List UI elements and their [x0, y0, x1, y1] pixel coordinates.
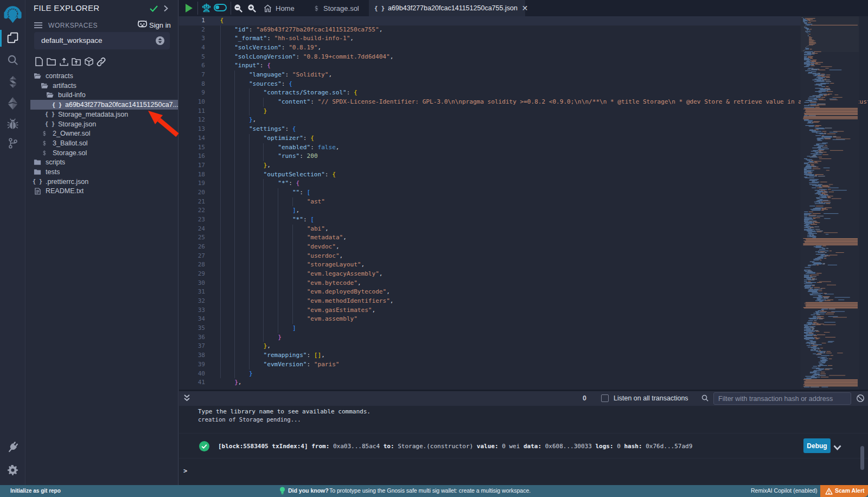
check-icon [150, 4, 158, 14]
link-icon[interactable] [97, 56, 106, 67]
file-explorer-icon[interactable] [0, 31, 25, 44]
settings-icon[interactable] [0, 464, 25, 476]
zoom-in-icon[interactable] [247, 4, 256, 15]
remix-logo[interactable] [0, 3, 25, 23]
terminal-log-line: creation of Storage pending... [198, 416, 301, 423]
code-line: "": [ [220, 188, 311, 197]
line-number: 40 [179, 369, 207, 379]
transaction-row[interactable]: [block:5583405 txIndex:4] from: 0xa03...… [179, 433, 868, 458]
tree-item-artifacts[interactable]: artifacts [30, 81, 178, 91]
tree-item-3-ballot-sol[interactable]: 3_Ballot.sol [30, 138, 178, 148]
code-editor[interactable]: 1234567891011121314151617181920212223242… [179, 16, 868, 390]
new-file-icon[interactable] [34, 56, 43, 67]
clear-console-icon[interactable] [856, 394, 865, 405]
terminal-prompt[interactable]: > [183, 467, 187, 475]
tree-item--prettierrc-json[interactable]: { }.prettierrc.json [30, 177, 178, 187]
line-number: 36 [179, 333, 207, 342]
git-init-button[interactable]: Initialize as git repo [10, 488, 61, 494]
code-line: "evm.gasEstimates", [220, 306, 376, 315]
tree-item-tests[interactable]: tests [30, 167, 178, 177]
terminal-scrollbar[interactable] [860, 446, 864, 470]
new-folder-icon[interactable] [47, 56, 56, 67]
listen-checkbox[interactable] [601, 394, 609, 402]
tx-value: 0xa03...85ac4 [333, 443, 384, 450]
tree-item-storage-sol[interactable]: Storage.sol [30, 148, 178, 158]
search-icon[interactable] [0, 54, 25, 66]
tree-item-contracts[interactable]: contracts [30, 71, 178, 81]
tree-item-a69b43f277ba20fcac141151250ca7-[interactable]: { }a69b43f277ba20fcac141151250ca7... [30, 100, 178, 110]
github-icon[interactable] [138, 20, 147, 30]
tree-item-readme-txt[interactable]: README.txt [30, 186, 178, 196]
tree-item-2-owner-sol[interactable]: 2_Owner.sol [30, 129, 178, 138]
tx-expand-chevron-icon[interactable] [833, 442, 841, 453]
line-number: 31 [179, 288, 207, 297]
debugger-icon[interactable] [0, 118, 25, 130]
tree-item-label: artifacts [53, 82, 76, 90]
line-number: 2 [179, 26, 207, 35]
ai-copilot-toggle[interactable] [214, 4, 227, 11]
line-number: 1 [179, 16, 207, 26]
code-line: "runs": 200 [220, 152, 318, 161]
line-number: 11 [179, 107, 207, 116]
code-line: "remappings": [], [220, 351, 325, 360]
tab-active-label: a69b43f277ba20fcac141151250ca755.json [388, 4, 518, 12]
line-number: 39 [179, 360, 207, 369]
line-number: 34 [179, 315, 207, 324]
scam-alert-badge[interactable]: Scam Alert [820, 485, 868, 497]
tree-item-build-info[interactable]: build-info [30, 90, 178, 100]
remix-ai-robot-icon[interactable] [202, 3, 211, 15]
terminal-body[interactable]: Type the library name to see available c… [179, 406, 868, 485]
editor-minimap[interactable] [801, 16, 859, 390]
sol-icon [41, 140, 48, 146]
line-number: 38 [179, 351, 207, 360]
status-bar: Initialize as git repo Did you know? To … [0, 485, 868, 497]
code-line: } [220, 333, 282, 342]
file-explorer-panel: FILE EXPLORER WORKSPACES Sign in default… [26, 0, 178, 485]
deploy-run-icon[interactable] [0, 97, 25, 110]
listen-label[interactable]: Listen on all transactions [614, 394, 688, 402]
tab-storage-sol[interactable]: Storage.sol [307, 0, 366, 16]
debug-button[interactable]: Debug [803, 438, 831, 453]
code-line: "outputSelection": { [220, 170, 336, 180]
solidity-compiler-icon[interactable] [0, 75, 25, 88]
file-icon [34, 188, 41, 195]
tx-label: hash: [624, 443, 646, 450]
code-line: "optimizer": { [220, 134, 314, 143]
upload-file-icon[interactable] [59, 56, 68, 67]
git-icon[interactable] [0, 137, 25, 149]
transaction-filter-input[interactable] [713, 392, 851, 405]
file-actions-toolbar [34, 56, 106, 67]
tree-item-label: Storage_metadata.json [58, 111, 128, 118]
workspace-select-toggle-icon[interactable] [156, 36, 164, 45]
run-script-icon[interactable] [185, 4, 193, 15]
code-line: "sources": { [220, 80, 292, 89]
tx-label: from: [311, 443, 333, 450]
tree-item-storage-json[interactable]: { }Storage.json [30, 119, 178, 129]
separator [197, 2, 198, 15]
plugin-manager-icon[interactable] [0, 441, 25, 454]
sol-icon [41, 130, 48, 137]
workspaces-label: WORKSPACES [48, 22, 98, 29]
tree-item-label: Storage.json [58, 120, 96, 128]
copilot-status[interactable]: RemixAI Copilot (enabled) [751, 487, 818, 494]
code-line: "abi", [220, 225, 329, 234]
tx-label: [block:5583405 txIndex:4] [218, 443, 311, 450]
workspaces-menu-icon[interactable] [34, 21, 42, 31]
code-line: { [220, 16, 224, 26]
code-line: "evm.legacyAssembly", [220, 270, 383, 279]
terminal-collapse-icon[interactable] [183, 394, 190, 404]
tab-close-icon[interactable]: ✕ [522, 4, 528, 12]
workspace-select[interactable]: default_workspace [34, 32, 170, 49]
sign-in-button[interactable]: Sign in [149, 21, 171, 29]
ipfs-box-icon[interactable] [84, 56, 93, 67]
tab-home[interactable]: Home [257, 0, 301, 16]
zoom-out-icon[interactable] [234, 4, 242, 15]
upload-folder-icon[interactable] [72, 56, 81, 67]
tree-item-storage-metadata-json[interactable]: { }Storage_metadata.json [30, 110, 178, 119]
line-number: 21 [179, 197, 207, 207]
line-number: 16 [179, 152, 207, 161]
tip-text: To prototype using the Gnosis safe multi… [329, 487, 531, 494]
chevron-right-icon[interactable] [163, 4, 168, 14]
tree-item-scripts[interactable]: scripts [30, 157, 178, 167]
tab-active-json[interactable]: { } a69b43f277ba20fcac141151250ca755.jso… [369, 0, 525, 16]
